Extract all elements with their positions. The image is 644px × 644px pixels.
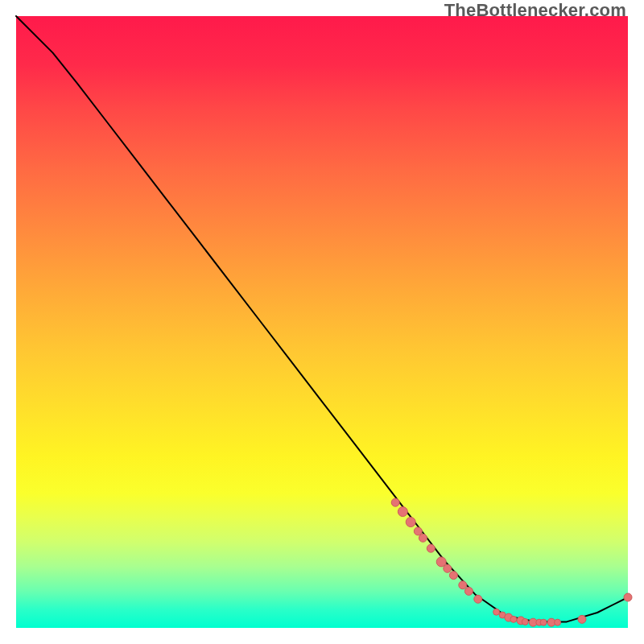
data-point — [427, 544, 435, 552]
bottleneck-curve — [16, 16, 628, 621]
data-point — [474, 595, 482, 603]
markers-group — [391, 498, 632, 626]
data-point — [493, 609, 500, 615]
data-point — [540, 619, 547, 625]
data-point — [522, 618, 528, 625]
chart-svg — [16, 16, 628, 628]
data-point — [578, 615, 586, 623]
data-point — [459, 581, 467, 589]
data-point — [449, 572, 457, 580]
data-point — [444, 564, 452, 572]
data-point — [464, 587, 473, 595]
data-point — [510, 616, 517, 622]
data-point — [414, 527, 422, 535]
data-point — [624, 593, 632, 601]
data-point — [555, 619, 561, 625]
data-point — [406, 518, 415, 527]
chart-container: TheBottlenecker.com — [0, 0, 644, 644]
data-point — [398, 507, 407, 517]
data-point — [419, 534, 427, 542]
data-point — [391, 498, 399, 506]
